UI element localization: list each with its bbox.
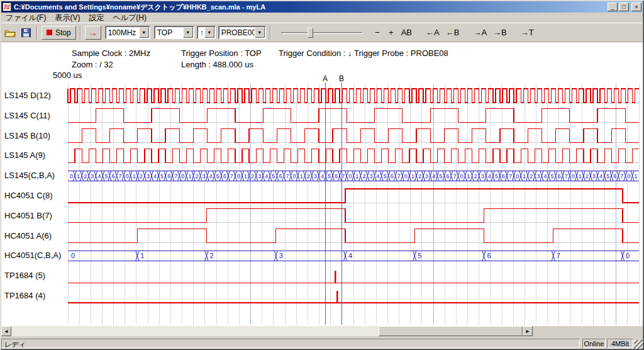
channel-label-hc4051-b7: HC4051 B(7): [4, 211, 52, 220]
prev-edge-a-button[interactable]: ←A: [423, 26, 443, 40]
scroll-right-button[interactable]: ►: [523, 326, 533, 336]
trigger-position-text: Trigger Position : TOP: [181, 48, 262, 58]
prev-edge-b-button[interactable]: ←B: [443, 26, 463, 40]
menu-help[interactable]: ヘルプ(H): [108, 12, 151, 24]
dropdown-button[interactable]: ▼: [255, 27, 265, 38]
sample-rate-value: 100MHz: [106, 28, 139, 37]
channel-label-tp1684-4: TP1684 (4): [4, 291, 45, 300]
zoom-text: Zoom : / 32: [72, 60, 113, 69]
status-online-badge: Online: [582, 339, 606, 348]
slider-track: [281, 32, 363, 34]
dropdown-arrow-icon: ▼: [186, 30, 190, 35]
resize-grip[interactable]: [634, 340, 643, 349]
scrollbar-filler: [533, 326, 643, 336]
trigger-condition-text: Trigger Condition : ↓: [279, 48, 352, 58]
menu-bar: ファイル(F)表示(V)設定ヘルプ(H): [1, 13, 643, 23]
channel-label-column: LS145 D(12)LS145 C(11)LS145 B(10)LS145 A…: [0, 0, 67, 350]
length-text: Length : 488.000 us: [181, 60, 253, 69]
trigger-probe-combobox[interactable]: PROBE00 ▼: [218, 26, 266, 39]
status-ready-text: レディ: [1, 339, 580, 348]
zoom-slider[interactable]: [281, 26, 363, 40]
slider-thumb[interactable]: [308, 28, 313, 38]
menu-settings[interactable]: 設定: [84, 12, 108, 24]
maximize-button[interactable]: □: [619, 3, 629, 11]
dropdown-arrow-icon: ▼: [257, 30, 262, 35]
toolbar-separator: [80, 26, 81, 40]
dropdown-arrow-icon: ▼: [142, 30, 146, 35]
trigger-probe-text: Trigger Probe : PROBE08: [354, 48, 448, 58]
run-button[interactable]: →: [85, 26, 101, 40]
trigger-position-value: TOP: [155, 28, 183, 37]
window-title: C:¥Documents and Settings¥noname¥デスクトップ¥…: [14, 3, 606, 12]
toolbar: Stop → 100MHz ▼ TOP ▼ ↑ ▼ PROBE00 ▼ −+AB…: [1, 23, 643, 42]
status-memory-badge: 4MBit: [607, 339, 633, 348]
sample-rate-combobox[interactable]: 100MHz ▼: [105, 26, 150, 39]
channel-label-ls145-a9: LS145 A(9): [4, 150, 45, 160]
trigger-edge-value: ↑: [197, 28, 204, 37]
minimize-button[interactable]: _: [608, 3, 618, 11]
zoom-out-button[interactable]: −: [370, 26, 384, 40]
close-button[interactable]: ×: [631, 3, 641, 11]
channel-label-ls145-d12: LS145 D(12): [4, 91, 51, 100]
sample-clock-text: Sample Clock : 2MHz: [72, 48, 150, 58]
goto-trigger-button[interactable]: →T: [518, 26, 537, 40]
toolbar-separator: [270, 26, 271, 40]
cursor-nav-buttons: −+AB←A←B→A→B→T: [370, 26, 537, 40]
trigger-edge-combobox[interactable]: ↑ ▼: [197, 26, 216, 39]
next-edge-a-button[interactable]: →A: [470, 26, 490, 40]
channel-label-hc4051-bus: HC4051(C,B,A): [4, 251, 61, 260]
status-bar: レディ Online 4MBit: [1, 339, 643, 349]
channel-label-hc4051-c8: HC4051 C(8): [4, 191, 53, 200]
cursor-b-label[interactable]: B: [338, 74, 345, 83]
zoom-in-button[interactable]: +: [384, 26, 398, 40]
dropdown-button[interactable]: ▼: [183, 27, 193, 38]
application-window: C:¥Documents and Settings¥noname¥デスクトップ¥…: [0, 0, 644, 350]
trigger-probe-value: PROBE00: [219, 28, 255, 37]
trigger-position-combobox[interactable]: TOP ▼: [154, 26, 194, 39]
cursor-ab-button[interactable]: AB: [398, 26, 415, 40]
channel-label-ls145-c11: LS145 C(11): [4, 111, 50, 120]
scrollbar-thumb[interactable]: [379, 326, 523, 336]
waveform-viewport[interactable]: [1, 42, 643, 326]
horizontal-scrollbar[interactable]: ◄ ►: [1, 326, 533, 336]
cursor-a-label[interactable]: A: [321, 74, 329, 83]
title-bar[interactable]: C:¥Documents and Settings¥noname¥デスクトップ¥…: [1, 1, 643, 13]
next-edge-b-button[interactable]: →B: [490, 26, 510, 40]
dropdown-button[interactable]: ▼: [204, 27, 214, 38]
channel-label-hc4051-a6: HC4051 A(6): [4, 231, 52, 240]
channel-label-tp1684-5: TP1684 (5): [4, 271, 45, 280]
scroll-right-arrow-icon: ►: [525, 329, 530, 334]
channel-label-ls145-b10: LS145 B(10): [4, 131, 50, 140]
dropdown-button[interactable]: ▼: [139, 27, 149, 38]
channel-label-ls145-bus: LS145(C,B,A): [4, 171, 55, 180]
dropdown-arrow-icon: ▼: [207, 30, 211, 35]
run-arrow-icon: →: [89, 28, 97, 38]
